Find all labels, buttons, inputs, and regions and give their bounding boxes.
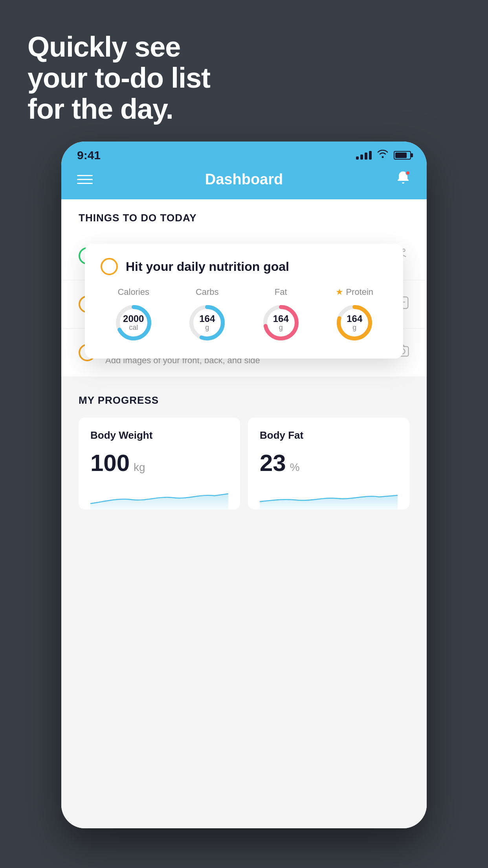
hero-line2: your to-do list (28, 63, 210, 94)
nutrition-card: Hit your daily nutrition goal Calories (85, 244, 403, 359)
things-section-title: THINGS TO DO TODAY (79, 212, 197, 224)
nutrition-radio[interactable] (101, 258, 118, 275)
status-bar: 9:41 (61, 142, 427, 166)
stat-calories: Calories 2000 cal (112, 287, 155, 344)
body-fat-unit: % (290, 461, 300, 474)
status-icons (356, 150, 411, 161)
progress-section: MY PROGRESS Body Weight 100 kg (61, 377, 427, 527)
body-fat-title: Body Fat (260, 429, 398, 441)
hamburger-menu[interactable] (77, 175, 93, 184)
nutrition-header: Hit your daily nutrition goal (101, 258, 387, 275)
calories-donut: 2000 cal (112, 301, 155, 344)
carbs-label: Carbs (196, 287, 219, 297)
stat-carbs: Carbs 164 g (185, 287, 229, 344)
body-weight-value-row: 100 kg (90, 449, 228, 476)
stat-protein: ★ Protein 164 g (333, 287, 376, 344)
body-weight-unit: kg (134, 461, 145, 474)
calories-label: Calories (117, 287, 149, 297)
hero-line3: for the day. (28, 94, 210, 125)
nav-title: Dashboard (205, 171, 283, 188)
notification-dot (405, 171, 410, 175)
things-section-header: THINGS TO DO TODAY (61, 199, 427, 232)
hero-line1: Quickly see (28, 31, 210, 63)
hero-text: Quickly see your to-do list for the day. (28, 31, 210, 125)
protein-donut: 164 g (333, 301, 376, 344)
fat-label: Fat (275, 287, 287, 297)
phone-wrapper: 9:41 (61, 142, 427, 828)
battery-icon (394, 151, 411, 160)
star-icon: ★ (336, 287, 343, 297)
progress-title: MY PROGRESS (79, 394, 409, 406)
body-weight-card: Body Weight 100 kg (79, 417, 240, 509)
body-weight-title: Body Weight (90, 429, 228, 441)
app-content: THINGS TO DO TODAY Hit your daily nutrit… (61, 199, 427, 828)
body-weight-value: 100 (90, 449, 130, 476)
wifi-icon (377, 150, 388, 161)
body-weight-chart (90, 486, 228, 509)
protein-label: ★ Protein (336, 287, 373, 297)
stat-fat: Fat 164 g (259, 287, 303, 344)
body-fat-card: Body Fat 23 % (248, 417, 409, 509)
signal-icon (356, 151, 372, 160)
nutrition-stats: Calories 2000 cal (101, 287, 387, 344)
notification-bell[interactable] (395, 170, 411, 189)
body-fat-value: 23 (260, 449, 286, 476)
nav-bar: Dashboard (61, 166, 427, 199)
fat-donut: 164 g (259, 301, 303, 344)
nutrition-title: Hit your daily nutrition goal (126, 259, 289, 274)
status-time: 9:41 (77, 149, 101, 162)
carbs-donut: 164 g (185, 301, 229, 344)
phone-screen: 9:41 (61, 142, 427, 828)
progress-cards: Body Weight 100 kg (79, 417, 409, 509)
body-fat-value-row: 23 % (260, 449, 398, 476)
body-fat-chart (260, 486, 398, 509)
